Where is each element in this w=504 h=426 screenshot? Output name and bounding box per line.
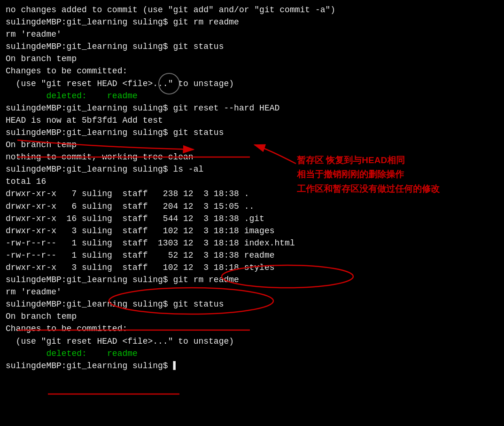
annotation-line-1: 暂存区 恢复到与HEAD相同 <box>297 153 440 167</box>
terminal-line: -rw-r--r-- 1 suling staff 1303 12 3 18:1… <box>6 237 498 249</box>
terminal-line: (use "git reset HEAD <file>..." to unsta… <box>6 335 498 347</box>
terminal-line: (use "git reset HEAD <file>..." to unsta… <box>6 78 498 90</box>
terminal-line: sulingdeMBP:git_learning suling$ git rm … <box>6 16 498 28</box>
annotation-box: 暂存区 恢复到与HEAD相同 相当于撤销刚刚的删除操作 工作区和暂存区没有做过任… <box>297 153 440 196</box>
terminal-line: sulingdeMBP:git_learning suling$ git sta… <box>6 126 498 139</box>
terminal-line: -rw-r--r-- 1 suling staff 52 12 3 18:38 … <box>6 249 498 261</box>
terminal-line: sulingdeMBP:git_learning suling$ ▌ <box>6 360 498 372</box>
terminal-line: HEAD is now at 5bf3fd1 Add test <box>6 114 498 126</box>
terminal-line: sulingdeMBP:git_learning suling$ git res… <box>6 102 498 114</box>
terminal-line: sulingdeMBP:git_learning suling$ git sta… <box>6 298 498 310</box>
annotation-line-3: 工作区和暂存区没有做过任何的修改 <box>297 182 440 196</box>
terminal-line: rm 'readme' <box>6 28 498 40</box>
terminal-line: On branch temp <box>6 139 498 151</box>
terminal: no changes added to commit (use "git add… <box>6 4 498 372</box>
terminal-line: sulingdeMBP:git_learning suling$ git sta… <box>6 40 498 53</box>
terminal-line: drwxr-xr-x 6 suling staff 204 12 3 15:05… <box>6 200 498 213</box>
terminal-line: Changes to be committed: <box>6 323 498 335</box>
annotation-line-2: 相当于撤销刚刚的删除操作 <box>297 167 440 181</box>
terminal-line: drwxr-xr-x 16 suling staff 544 12 3 18:3… <box>6 213 498 225</box>
terminal-line: deleted: readme <box>6 347 498 360</box>
terminal-line: Changes to be committed: <box>6 65 498 77</box>
terminal-line: sulingdeMBP:git_learning suling$ git rm … <box>6 274 498 286</box>
terminal-line: rm 'readme' <box>6 286 498 298</box>
terminal-line: drwxr-xr-x 3 suling staff 102 12 3 18:18… <box>6 261 498 274</box>
terminal-line: On branch temp <box>6 53 498 65</box>
terminal-line: deleted: readme <box>6 90 498 102</box>
terminal-line: drwxr-xr-x 3 suling staff 102 12 3 18:18… <box>6 225 498 237</box>
terminal-line: On branch temp <box>6 310 498 323</box>
terminal-line: no changes added to commit (use "git add… <box>6 4 498 16</box>
